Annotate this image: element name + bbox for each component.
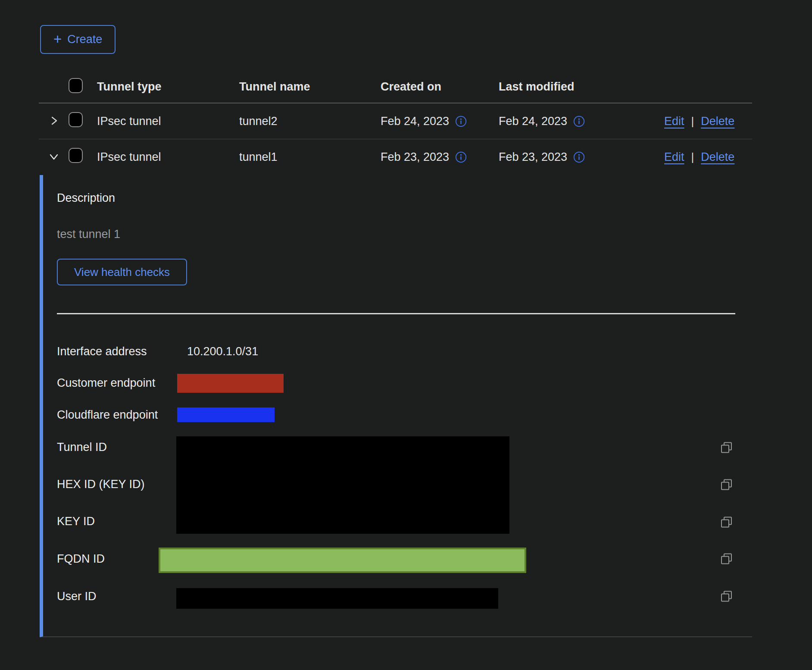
copy-icon bbox=[720, 486, 733, 493]
plus-icon: + bbox=[53, 32, 62, 46]
actions-separator: | bbox=[691, 115, 694, 128]
tunnel-type-cell: IPsec tunnel bbox=[97, 115, 239, 128]
ids-values-redacted bbox=[176, 436, 509, 534]
info-icon[interactable] bbox=[573, 116, 585, 127]
key-id-label: KEY ID bbox=[57, 515, 95, 528]
fqdn-id-label: FQDN ID bbox=[57, 552, 105, 566]
copy-icon bbox=[720, 598, 733, 604]
last-modified-value: Feb 24, 2023 bbox=[499, 115, 567, 128]
user-id-label: User ID bbox=[57, 590, 97, 603]
row-select-cell bbox=[69, 112, 97, 130]
delete-link[interactable]: Delete bbox=[701, 150, 734, 164]
fqdn-id-value-redacted bbox=[159, 548, 526, 573]
copy-user-id-button[interactable] bbox=[719, 590, 734, 604]
select-all-cell bbox=[69, 78, 97, 96]
column-header-last-modified: Last modified bbox=[499, 80, 662, 94]
column-header-tunnel-name: Tunnel name bbox=[239, 80, 381, 94]
column-header-tunnel-type: Tunnel type bbox=[97, 80, 239, 94]
tunnel-details-panel: Description test tunnel 1 View health ch… bbox=[40, 175, 752, 637]
copy-key-id-button[interactable] bbox=[719, 516, 734, 530]
collapse-row-button[interactable] bbox=[47, 150, 60, 164]
create-button[interactable]: + Create bbox=[40, 25, 116, 54]
last-modified-cell: Feb 23, 2023 bbox=[499, 150, 662, 164]
actions-separator: | bbox=[691, 150, 694, 164]
interface-address-value: 10.200.1.0/31 bbox=[187, 345, 258, 358]
hex-id-label: HEX ID (KEY ID) bbox=[57, 478, 145, 491]
table-header-row: Tunnel type Tunnel name Created on Last … bbox=[39, 71, 752, 103]
last-modified-cell: Feb 24, 2023 bbox=[499, 115, 662, 128]
section-divider bbox=[57, 313, 735, 314]
info-icon[interactable] bbox=[573, 151, 585, 163]
expand-row-button[interactable] bbox=[47, 114, 60, 128]
copy-icon bbox=[720, 560, 733, 567]
chevron-down-icon bbox=[47, 150, 60, 164]
tunnel-name-cell: tunnel1 bbox=[239, 150, 381, 164]
created-on-cell: Feb 24, 2023 bbox=[381, 115, 499, 128]
user-id-value-redacted bbox=[176, 588, 498, 609]
chevron-right-icon bbox=[47, 114, 60, 128]
create-button-label: Create bbox=[67, 33, 102, 46]
info-icon[interactable] bbox=[455, 151, 467, 163]
created-on-value: Feb 23, 2023 bbox=[381, 150, 449, 164]
table-row-tunnel2: IPsec tunnel tunnel2 Feb 24, 2023 Feb 24… bbox=[39, 103, 752, 139]
edit-link[interactable]: Edit bbox=[664, 150, 684, 164]
copy-icon bbox=[720, 524, 733, 530]
copy-tunnel-id-button[interactable] bbox=[719, 441, 734, 456]
customer-endpoint-value-redacted bbox=[177, 374, 284, 393]
delete-link[interactable]: Delete bbox=[701, 115, 734, 128]
created-on-cell: Feb 23, 2023 bbox=[381, 150, 499, 164]
row-select-cell bbox=[69, 148, 97, 166]
view-health-checks-button[interactable]: View health checks bbox=[57, 259, 187, 285]
edit-link[interactable]: Edit bbox=[664, 115, 684, 128]
copy-icon bbox=[720, 449, 733, 456]
description-label: Description bbox=[57, 191, 115, 205]
expander-cell bbox=[39, 150, 69, 164]
copy-hex-id-button[interactable] bbox=[719, 478, 734, 493]
tunnel-id-label: Tunnel ID bbox=[57, 441, 107, 454]
row-actions: Edit | Delete bbox=[662, 115, 752, 128]
description-value: test tunnel 1 bbox=[57, 228, 120, 241]
row-checkbox[interactable] bbox=[69, 112, 83, 127]
table-row-tunnel1: IPsec tunnel tunnel1 Feb 23, 2023 Feb 23… bbox=[39, 139, 752, 175]
copy-fqdn-id-button[interactable] bbox=[719, 552, 734, 567]
created-on-value: Feb 24, 2023 bbox=[381, 115, 449, 128]
cloudflare-endpoint-label: Cloudflare endpoint bbox=[57, 408, 158, 422]
info-icon[interactable] bbox=[455, 116, 467, 127]
row-checkbox[interactable] bbox=[69, 148, 83, 163]
row-actions: Edit | Delete bbox=[662, 150, 752, 164]
expander-cell bbox=[39, 114, 69, 128]
cloudflare-endpoint-value-redacted bbox=[177, 407, 275, 422]
last-modified-value: Feb 23, 2023 bbox=[499, 150, 567, 164]
tunnel-name-cell: tunnel2 bbox=[239, 115, 381, 128]
interface-address-label: Interface address bbox=[57, 345, 147, 358]
ipsec-tunnels-page: + Create Tunnel type Tunnel name Created… bbox=[0, 0, 812, 670]
tunnel-type-cell: IPsec tunnel bbox=[97, 150, 239, 164]
customer-endpoint-label: Customer endpoint bbox=[57, 376, 155, 390]
column-header-created-on: Created on bbox=[381, 80, 499, 94]
tunnels-table: Tunnel type Tunnel name Created on Last … bbox=[39, 71, 752, 175]
select-all-checkbox[interactable] bbox=[69, 78, 83, 93]
